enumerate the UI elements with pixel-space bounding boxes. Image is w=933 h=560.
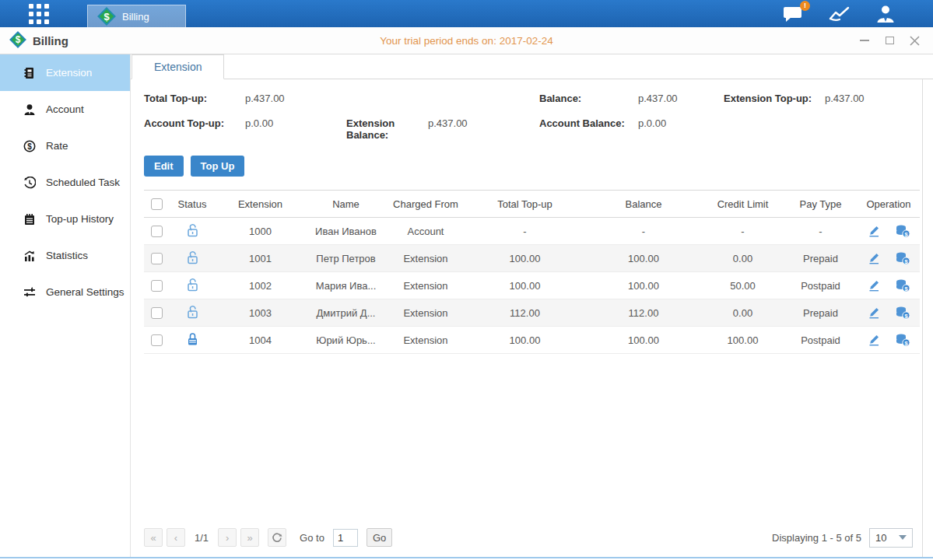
sidebar-item-statistics[interactable]: Statistics bbox=[0, 237, 130, 274]
taskbar: $ Billing ! bbox=[0, 0, 933, 27]
rate-icon: $ bbox=[23, 140, 36, 152]
sidebar-item-scheduled-task[interactable]: Scheduled Task bbox=[0, 164, 130, 201]
edit-button[interactable]: Edit bbox=[144, 156, 184, 177]
edit-row-icon[interactable] bbox=[867, 224, 881, 238]
cell-credit-limit: 0.00 bbox=[702, 299, 784, 327]
summary-label: Extension Top-up: bbox=[724, 93, 825, 104]
go-button[interactable]: Go bbox=[367, 528, 392, 547]
row-checkbox[interactable] bbox=[151, 226, 163, 237]
header-checkbox-cell bbox=[144, 191, 169, 218]
next-page-button[interactable]: › bbox=[218, 528, 237, 547]
general-settings-icon bbox=[23, 286, 36, 299]
billing-diamond-icon: $ bbox=[97, 7, 116, 26]
page-size-value: 10 bbox=[875, 532, 886, 544]
cell-credit-limit: 50.00 bbox=[702, 272, 784, 299]
lock-open-icon bbox=[186, 228, 199, 240]
col-header-name[interactable]: Name bbox=[305, 191, 387, 218]
cell-total-topup: 100.00 bbox=[465, 245, 585, 272]
sidebar-item-rate[interactable]: $ Rate bbox=[0, 128, 130, 164]
row-checkbox[interactable] bbox=[151, 280, 163, 292]
user-account-icon[interactable] bbox=[875, 4, 896, 24]
sidebar-item-extension[interactable]: Extension bbox=[0, 54, 130, 91]
sidebar-item-label: Scheduled Task bbox=[46, 177, 120, 188]
col-header-operation[interactable]: Operation bbox=[858, 191, 920, 218]
pagination-bar: « ‹ 1/1 › » Go to Go Displaying 1 - 5 of… bbox=[131, 523, 922, 557]
last-page-button[interactable]: » bbox=[240, 528, 259, 547]
app-grid-icon[interactable] bbox=[28, 3, 50, 25]
sidebar-item-account[interactable]: Account bbox=[0, 91, 130, 128]
prev-page-button[interactable]: ‹ bbox=[167, 528, 185, 547]
sidebar-item-label: Top-up History bbox=[46, 213, 114, 225]
cell-extension: 1004 bbox=[216, 327, 305, 354]
top-up-row-icon[interactable]: $ bbox=[895, 306, 910, 320]
row-checkbox[interactable] bbox=[151, 307, 163, 319]
top-up-row-icon[interactable]: $ bbox=[895, 224, 910, 238]
summary-value: p.437.00 bbox=[825, 93, 922, 104]
trial-notice: Your trial period ends on: 2017-02-24 bbox=[0, 35, 933, 47]
col-header-extension[interactable]: Extension bbox=[216, 191, 305, 218]
top-up-row-icon[interactable]: $ bbox=[895, 251, 910, 265]
cell-balance: 112.00 bbox=[585, 299, 702, 327]
top-up-row-icon[interactable]: $ bbox=[895, 278, 910, 292]
summary-value: p.437.00 bbox=[638, 93, 724, 104]
edit-row-icon[interactable] bbox=[867, 278, 881, 292]
summary-value: p.0.00 bbox=[245, 117, 346, 141]
refresh-button[interactable] bbox=[268, 528, 286, 547]
messages-icon[interactable]: ! bbox=[782, 5, 804, 23]
goto-page-input[interactable] bbox=[333, 529, 358, 547]
edit-row-icon[interactable] bbox=[867, 306, 881, 320]
balance-summary: Total Top-up: p.437.00 Balance: p.437.00… bbox=[131, 79, 922, 141]
col-header-pay-type[interactable]: Pay Type bbox=[784, 191, 858, 218]
select-all-checkbox[interactable] bbox=[151, 198, 163, 210]
minimize-button[interactable] bbox=[858, 35, 871, 46]
edit-row-icon[interactable] bbox=[867, 251, 881, 265]
summary-label: Total Top-up: bbox=[144, 93, 245, 104]
summary-value: p.437.00 bbox=[428, 117, 539, 141]
lock-open-icon bbox=[186, 255, 199, 267]
col-header-credit-limit[interactable]: Credit Limit bbox=[702, 191, 784, 218]
cell-extension: 1002 bbox=[216, 272, 305, 299]
cell-extension: 1003 bbox=[216, 299, 305, 327]
summary-value: p.0.00 bbox=[638, 117, 724, 141]
tab-extension[interactable]: Extension bbox=[132, 54, 224, 79]
tabstrip: Extension bbox=[131, 54, 933, 79]
topup-history-icon bbox=[23, 213, 36, 226]
edit-row-icon[interactable] bbox=[867, 333, 881, 347]
cell-name: Иван Иванов bbox=[305, 218, 387, 245]
top-up-row-icon[interactable]: $ bbox=[895, 333, 910, 347]
cell-name: Мария Ива... bbox=[305, 272, 387, 299]
window-titlebar: $ Billing Your trial period ends on: 201… bbox=[0, 27, 933, 54]
extension-panel: Total Top-up: p.437.00 Balance: p.437.00… bbox=[131, 79, 923, 557]
lock-closed-icon bbox=[186, 337, 199, 348]
window-title: Billing bbox=[33, 34, 68, 47]
table-row: 1001 Петр Петров Extension 100.00 100.00… bbox=[144, 245, 920, 272]
top-up-button[interactable]: Top Up bbox=[191, 156, 245, 177]
col-header-status[interactable]: Status bbox=[169, 191, 216, 218]
summary-label: Extension Balance: bbox=[346, 117, 428, 141]
col-header-balance[interactable]: Balance bbox=[585, 191, 702, 218]
cell-credit-limit: 0.00 bbox=[702, 245, 784, 272]
sidebar-item-topup-history[interactable]: Top-up History bbox=[0, 201, 130, 237]
maximize-button[interactable] bbox=[883, 35, 896, 46]
row-checkbox[interactable] bbox=[151, 334, 163, 346]
cell-pay-type: Postpaid bbox=[784, 272, 858, 299]
taskbar-tab-billing[interactable]: $ Billing bbox=[87, 5, 186, 27]
summary-value: p.437.00 bbox=[245, 93, 346, 104]
sidebar-item-label: General Settings bbox=[46, 286, 125, 298]
page-indicator: 1/1 bbox=[195, 532, 209, 544]
page-size-select[interactable]: 10 bbox=[869, 528, 913, 548]
cell-pay-type: Prepaid bbox=[784, 299, 858, 327]
row-checkbox[interactable] bbox=[151, 253, 163, 264]
col-header-charged-from[interactable]: Charged From bbox=[387, 191, 465, 218]
col-header-total-topup[interactable]: Total Top-up bbox=[465, 191, 585, 218]
cell-name: Петр Петров bbox=[305, 245, 387, 272]
summary-label: Balance: bbox=[539, 93, 638, 104]
table-row: 1002 Мария Ива... Extension 100.00 100.0… bbox=[144, 272, 920, 299]
cell-name: Дмитрий Д... bbox=[305, 299, 387, 327]
first-page-button[interactable]: « bbox=[144, 528, 163, 547]
cell-charged-from: Extension bbox=[387, 299, 465, 327]
sidebar-item-general-settings[interactable]: General Settings bbox=[0, 274, 130, 310]
cell-balance: 100.00 bbox=[585, 327, 702, 354]
close-button[interactable] bbox=[908, 35, 921, 46]
reports-chart-icon[interactable] bbox=[829, 5, 851, 23]
